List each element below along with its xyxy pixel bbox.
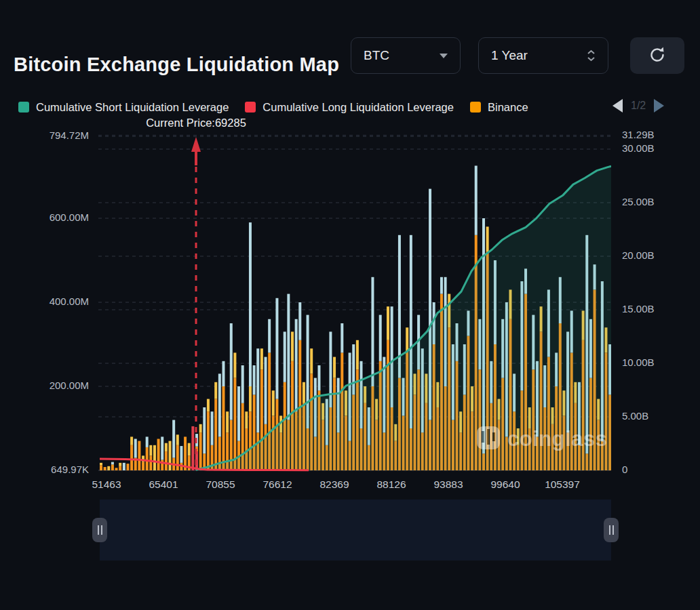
chart-plot-area[interactable] bbox=[98, 129, 611, 473]
liquidation-map-card: Bitcoin Exchange Liquidation Map BTC 1 Y… bbox=[0, 0, 700, 610]
x-axis-tick-label: 82369 bbox=[319, 479, 349, 491]
x-axis-tick-label: 88126 bbox=[376, 479, 406, 491]
legend-label-short: Cumulative Short Liquidation Leverage bbox=[36, 101, 229, 114]
right-axis-tick-label: 0 bbox=[622, 464, 627, 475]
refresh-icon bbox=[647, 45, 667, 67]
left-axis-tick-label: 400.00M bbox=[0, 296, 89, 307]
left-axis-tick-label: 200.00M bbox=[0, 380, 89, 391]
left-axis-tick-label: 600.00M bbox=[0, 211, 89, 223]
x-axis-tick-label: 65401 bbox=[149, 479, 178, 491]
legend-item-long[interactable]: Cumulative Long Liquidation Leverage bbox=[245, 99, 454, 115]
legend-label-binance: Binance bbox=[488, 101, 528, 114]
x-axis-tick-label: 99640 bbox=[490, 479, 520, 491]
legend-pager: 1/2 bbox=[612, 99, 664, 113]
legend-item-binance[interactable]: Binance bbox=[470, 99, 528, 115]
right-axis-tick-label: 5.00B bbox=[622, 410, 648, 422]
left-axis-tick-label: 649.97K bbox=[0, 464, 89, 475]
legend: Cumulative Short Liquidation Leverage Cu… bbox=[18, 99, 606, 115]
x-axis-tick-label: 76612 bbox=[262, 479, 292, 491]
navigator-right-handle[interactable] bbox=[604, 518, 619, 542]
right-axis-tick-label: 30.00B bbox=[622, 142, 655, 154]
right-axis-tick-label: 31.29B bbox=[622, 129, 655, 140]
x-axis-tick-label: 93883 bbox=[433, 479, 463, 491]
right-axis-tick-label: 25.00B bbox=[622, 196, 655, 207]
legend-swatch-short bbox=[18, 102, 29, 113]
pager-next-icon[interactable] bbox=[654, 99, 664, 113]
legend-label-long: Cumulative Long Liquidation Leverage bbox=[262, 101, 454, 114]
refresh-button[interactable] bbox=[630, 37, 684, 74]
page-title: Bitcoin Exchange Liquidation Map bbox=[14, 54, 339, 76]
navigator-left-handle[interactable] bbox=[92, 518, 107, 542]
timeframe-select[interactable]: 1 Year bbox=[478, 37, 608, 74]
timeframe-select-value: 1 Year bbox=[491, 48, 528, 63]
symbol-select-value: BTC bbox=[364, 48, 389, 63]
legend-swatch-binance bbox=[470, 102, 481, 113]
x-axis-tick-label: 70855 bbox=[206, 479, 235, 491]
pager-prev-icon[interactable] bbox=[612, 99, 623, 113]
x-axis-tick-label: 51463 bbox=[92, 479, 121, 491]
legend-item-short[interactable]: Cumulative Short Liquidation Leverage bbox=[18, 99, 229, 115]
right-axis-tick-label: 15.00B bbox=[622, 303, 655, 314]
left-axis-tick-label: 794.72M bbox=[0, 129, 89, 141]
symbol-select[interactable]: BTC bbox=[351, 37, 461, 74]
up-down-chevrons-icon bbox=[587, 49, 596, 62]
right-axis-tick-label: 20.00B bbox=[622, 249, 655, 261]
range-navigator[interactable] bbox=[100, 500, 611, 561]
current-price-annotation: Current Price:69285 bbox=[146, 117, 246, 129]
right-axis-tick-label: 10.00B bbox=[622, 357, 655, 368]
legend-swatch-long bbox=[245, 102, 256, 113]
pager-page-indicator: 1/2 bbox=[631, 100, 646, 112]
x-axis-tick-label: 105397 bbox=[545, 479, 580, 491]
chevron-down-icon bbox=[440, 54, 448, 58]
current-price-arrow-icon bbox=[191, 137, 201, 152]
